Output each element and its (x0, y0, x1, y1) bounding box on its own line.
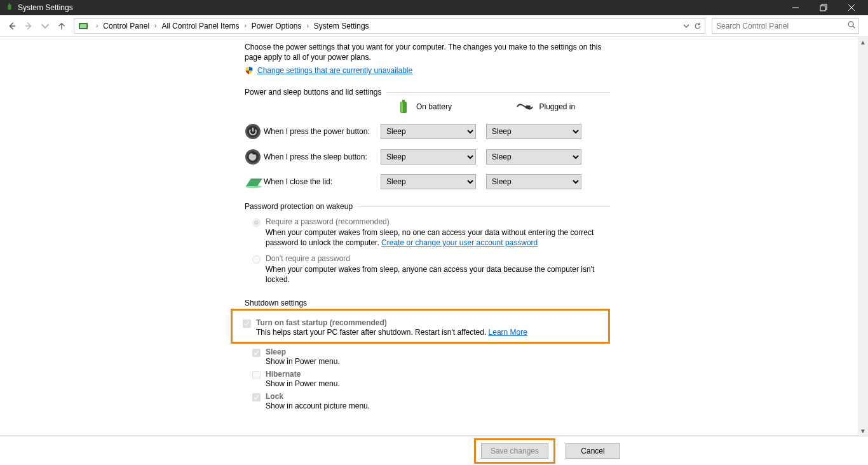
require-password-desc: When your computer wakes from sleep, no … (266, 227, 610, 248)
svg-rect-1 (9, 3, 10, 4)
scroll-down-button[interactable]: ▼ (860, 426, 866, 436)
save-changes-button[interactable]: Save changes (481, 443, 548, 459)
breadcrumb-item[interactable]: Control Panel (102, 22, 151, 30)
no-password-radio[interactable] (252, 255, 261, 264)
lid-icon (245, 175, 264, 189)
content-area: ▲ ▼ Choose the power settings that you w… (0, 37, 868, 436)
control-panel-icon (78, 21, 88, 31)
column-header-plugged: Plugged in (539, 102, 576, 111)
row-label-lid: When I close the lid: (264, 177, 381, 186)
battery-icon (397, 99, 410, 114)
scrollbar[interactable]: ▲ ▼ (858, 37, 868, 436)
power-button-plugged-select[interactable]: Sleep (486, 124, 581, 139)
hibernate-menu-desc: Show in Power menu. (266, 379, 610, 388)
title-bar: System Settings (0, 0, 868, 15)
fast-startup-desc: This helps start your PC faster after sh… (256, 328, 603, 337)
fast-startup-label: Turn on fast startup (recommended) (256, 318, 603, 327)
sleep-menu-label: Sleep (266, 347, 610, 356)
scroll-up-button[interactable]: ▲ (860, 37, 866, 47)
address-bar[interactable]: › Control Panel › All Control Panel Item… (74, 18, 705, 34)
highlight-save-button: Save changes (474, 438, 555, 464)
require-password-radio[interactable] (252, 219, 261, 227)
lock-menu-checkbox[interactable] (252, 393, 261, 401)
svg-rect-14 (402, 100, 405, 102)
breadcrumb-sep[interactable]: › (303, 22, 313, 29)
lid-plugged-select[interactable]: Sleep (486, 174, 581, 189)
search-box[interactable] (712, 18, 859, 34)
change-unavailable-settings-link[interactable]: Change settings that are currently unava… (257, 66, 412, 75)
plug-icon (517, 102, 533, 112)
highlight-fast-startup: Turn on fast startup (recommended) This … (231, 309, 610, 344)
hibernate-menu-checkbox[interactable] (252, 371, 261, 379)
refresh-button[interactable] (692, 22, 703, 30)
fast-startup-checkbox[interactable] (243, 320, 251, 328)
power-button-icon (245, 123, 264, 140)
breadcrumb-item[interactable]: System Settings (313, 22, 370, 30)
breadcrumb-sep[interactable]: › (151, 22, 160, 29)
window-close-button[interactable] (837, 0, 865, 15)
forward-button[interactable] (22, 19, 36, 33)
column-header-battery: On battery (416, 102, 452, 111)
power-options-app-icon (5, 3, 14, 12)
sleep-button-plugged-select[interactable]: Sleep (486, 149, 581, 165)
cancel-button[interactable]: Cancel (566, 443, 620, 459)
svg-point-11 (848, 22, 853, 27)
svg-point-21 (245, 185, 262, 188)
sleep-menu-desc: Show in Power menu. (266, 357, 610, 366)
svg-rect-16 (526, 105, 531, 109)
window-restore-button[interactable] (810, 0, 837, 15)
back-button[interactable] (5, 19, 19, 33)
section-title-buttons: Power and sleep buttons and lid settings (245, 88, 381, 97)
window-title: System Settings (18, 3, 782, 12)
power-button-battery-select[interactable]: Sleep (381, 124, 476, 139)
recent-locations-button[interactable] (38, 19, 52, 33)
no-password-label: Don't require a password (266, 254, 610, 263)
breadcrumb-sep[interactable]: › (92, 22, 102, 29)
svg-rect-0 (8, 4, 11, 10)
require-password-label: Require a password (recommended) (266, 217, 610, 226)
navigation-bar: › Control Panel › All Control Panel Item… (0, 15, 868, 37)
lock-menu-desc: Show in account picture menu. (266, 401, 610, 410)
lid-battery-select[interactable]: Sleep (381, 174, 476, 189)
sleep-menu-checkbox[interactable] (252, 349, 261, 357)
row-label-power: When I press the power button: (264, 127, 381, 136)
hibernate-menu-label: Hibernate (266, 370, 610, 379)
divider (358, 206, 610, 207)
section-title-password: Password protection on wakeup (245, 202, 353, 211)
window-minimize-button[interactable] (782, 0, 810, 15)
divider (386, 92, 610, 93)
breadcrumb-sep[interactable]: › (240, 22, 250, 29)
lock-menu-label: Lock (266, 392, 610, 401)
no-password-desc: When your computer wakes from sleep, any… (266, 264, 610, 285)
breadcrumb-item[interactable]: Power Options (250, 22, 303, 30)
section-title-shutdown: Shutdown settings (245, 299, 610, 307)
create-password-link[interactable]: Create or change your user account passw… (381, 238, 538, 247)
address-dropdown-button[interactable] (681, 23, 692, 29)
up-button[interactable] (55, 19, 69, 33)
svg-rect-4 (820, 6, 825, 11)
sleep-button-icon (245, 149, 264, 165)
footer-bar: Save changes Cancel (0, 436, 868, 465)
svg-line-12 (853, 26, 855, 28)
row-label-sleep: When I press the sleep button: (264, 152, 381, 161)
sleep-button-battery-select[interactable]: Sleep (381, 149, 476, 165)
shield-icon (245, 66, 254, 75)
intro-text: Choose the power settings that you want … (245, 42, 610, 62)
breadcrumb-item[interactable]: All Control Panel Items (160, 22, 240, 30)
svg-rect-15 (401, 102, 403, 112)
search-input[interactable] (716, 22, 847, 30)
learn-more-link[interactable]: Learn More (489, 328, 527, 337)
svg-rect-10 (80, 24, 86, 28)
breadcrumb: › Control Panel › All Control Panel Item… (92, 22, 681, 30)
search-icon (847, 20, 856, 31)
